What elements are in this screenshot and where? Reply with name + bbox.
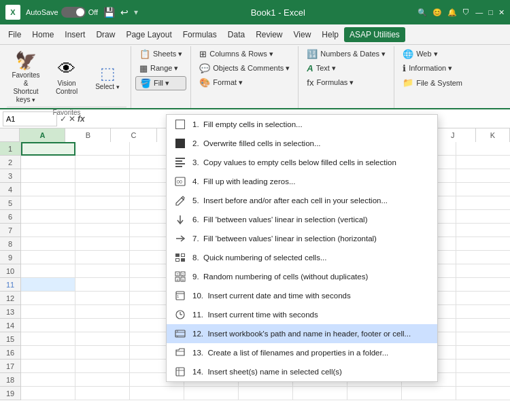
cell-i14[interactable] xyxy=(456,319,510,332)
cell-a10[interactable] xyxy=(21,264,75,278)
fill-menu-item-13[interactable]: 13. Create a list of filenames and prope… xyxy=(167,343,437,362)
autosave-toggle[interactable]: AutoSave Off xyxy=(26,7,98,18)
fill-button[interactable]: 🪣 Fill ▾ xyxy=(135,76,186,90)
vision-control-button[interactable]: 👁 VisionControl xyxy=(48,56,86,99)
cell-a9[interactable] xyxy=(21,251,75,264)
menu-home[interactable]: Home xyxy=(27,27,59,42)
cell-b14[interactable] xyxy=(75,319,130,332)
fill-menu-item-12[interactable]: 12. Insert workbook's path and name in h… xyxy=(167,324,437,343)
cell-i5[interactable] xyxy=(456,196,510,210)
cell-i12[interactable] xyxy=(456,292,510,305)
menu-help[interactable]: Help xyxy=(316,27,344,42)
cell-b10[interactable] xyxy=(75,264,130,278)
cell-b2[interactable] xyxy=(75,156,130,169)
cell-i11[interactable] xyxy=(456,278,510,292)
cell-a15[interactable] xyxy=(21,332,75,346)
information-button[interactable]: ℹ Information ▾ xyxy=(398,62,466,75)
menu-formulas[interactable]: Formulas xyxy=(177,27,222,42)
cell-i4[interactable] xyxy=(456,183,510,196)
menu-insert[interactable]: Insert xyxy=(59,27,90,42)
autosave-switch[interactable] xyxy=(61,7,86,18)
menu-asap-utilities[interactable]: ASAP Utilities xyxy=(344,27,405,42)
cell-b6[interactable] xyxy=(75,210,130,224)
cell-a8[interactable] xyxy=(21,237,75,251)
sheets-button[interactable]: 📋 Sheets ▾ xyxy=(135,48,186,60)
web-button[interactable]: 🌐 Web ▾ xyxy=(398,48,466,60)
cell-a3[interactable] xyxy=(21,169,75,183)
cell-a17[interactable] xyxy=(21,360,75,373)
cell-b18[interactable] xyxy=(75,373,130,387)
cell-b16[interactable] xyxy=(75,346,130,360)
cell-i18[interactable] xyxy=(456,373,510,387)
fill-menu-item-5[interactable]: 5. Insert before and/or after each cell … xyxy=(167,191,437,210)
fill-menu-item-8[interactable]: 8. Quick numbering of selected cells... xyxy=(167,248,437,267)
cell-i3[interactable] xyxy=(456,169,510,183)
cell-a14[interactable] xyxy=(21,319,75,332)
cell-b1[interactable] xyxy=(75,142,130,156)
cell-i15[interactable] xyxy=(456,332,510,346)
cell-i16[interactable] xyxy=(456,346,510,360)
formula-checkmark-icon[interactable]: ✓ xyxy=(60,114,67,124)
fill-menu-item-7[interactable]: 7. Fill 'between values' linear in selec… xyxy=(167,229,437,248)
cell-i10[interactable] xyxy=(456,264,510,278)
cell-h19[interactable] xyxy=(402,387,456,400)
cell-b19[interactable] xyxy=(75,387,130,400)
fill-menu-item-4[interactable]: 00 4. Fill up with leading zeros... xyxy=(167,172,437,191)
formulas-button[interactable]: fx Formulas ▾ xyxy=(303,76,390,89)
cell-a7[interactable] xyxy=(21,224,75,237)
menu-file[interactable]: File xyxy=(3,27,27,42)
menu-review[interactable]: Review xyxy=(250,27,288,42)
cell-b11[interactable] xyxy=(75,278,130,292)
file-system-button[interactable]: 📁 File & System xyxy=(398,76,466,89)
cell-d19[interactable] xyxy=(184,387,239,400)
select-button[interactable]: ⬚ Select ▾ xyxy=(88,61,126,94)
columns-rows-button[interactable]: ⊞ Columns & Rows ▾ xyxy=(195,48,294,60)
cell-i6[interactable] xyxy=(456,210,510,224)
cell-i8[interactable] xyxy=(456,237,510,251)
cell-b17[interactable] xyxy=(75,360,130,373)
cell-b9[interactable] xyxy=(75,251,130,264)
cell-b13[interactable] xyxy=(75,305,130,319)
cell-a6[interactable] xyxy=(21,210,75,224)
fill-menu-item-3[interactable]: 3. Copy values to empty cells below fill… xyxy=(167,153,437,172)
cell-i19[interactable] xyxy=(456,387,510,400)
formula-x-icon[interactable]: ✕ xyxy=(69,114,75,124)
cell-i17[interactable] xyxy=(456,360,510,373)
name-box[interactable]: A1 xyxy=(3,111,57,126)
fill-menu-item-9[interactable]: 7249 9. Random numbering of cells (witho… xyxy=(167,267,437,286)
cell-b15[interactable] xyxy=(75,332,130,346)
menu-data[interactable]: Data xyxy=(222,27,250,42)
menu-page-layout[interactable]: Page Layout xyxy=(120,27,177,42)
cell-b5[interactable] xyxy=(75,196,130,210)
cell-b12[interactable] xyxy=(75,292,130,305)
fill-menu-item-1[interactable]: 1. Fill empty cells in selection... xyxy=(167,115,437,134)
objects-comments-button[interactable]: 💬 Objects & Comments ▾ xyxy=(195,62,294,75)
cell-a13[interactable] xyxy=(21,305,75,319)
cell-i7[interactable] xyxy=(456,224,510,237)
favorites-button[interactable]: 🦅 Favorites &Shortcut keys ▾ xyxy=(7,48,45,107)
cell-i1[interactable] xyxy=(456,142,510,156)
cell-f19[interactable] xyxy=(293,387,347,400)
text-button[interactable]: A Text ▾ xyxy=(303,62,390,75)
cell-a4[interactable] xyxy=(21,183,75,196)
range-button[interactable]: ▦ Range ▾ xyxy=(135,62,186,75)
fill-menu-item-2[interactable]: 2. Overwrite filled cells in selection..… xyxy=(167,134,437,153)
cell-b7[interactable] xyxy=(75,224,130,237)
cell-i2[interactable] xyxy=(456,156,510,169)
cell-e19[interactable] xyxy=(239,387,293,400)
cell-c19[interactable] xyxy=(130,387,184,400)
format-button[interactable]: 🎨 Format ▾ xyxy=(195,76,294,89)
cell-i9[interactable] xyxy=(456,251,510,264)
cell-g19[interactable] xyxy=(347,387,402,400)
cell-i13[interactable] xyxy=(456,305,510,319)
cell-a18[interactable] xyxy=(21,373,75,387)
menu-draw[interactable]: Draw xyxy=(90,27,120,42)
cell-a5[interactable] xyxy=(21,196,75,210)
formula-fx-icon[interactable]: fx xyxy=(78,114,85,124)
numbers-dates-button[interactable]: 🔢 Numbers & Dates ▾ xyxy=(303,48,390,60)
cell-a19[interactable] xyxy=(21,387,75,400)
menu-view[interactable]: View xyxy=(288,27,317,42)
cell-a12[interactable] xyxy=(21,292,75,305)
fill-menu-item-10[interactable]: 1 10. Insert current date and time with … xyxy=(167,286,437,305)
cell-b4[interactable] xyxy=(75,183,130,196)
